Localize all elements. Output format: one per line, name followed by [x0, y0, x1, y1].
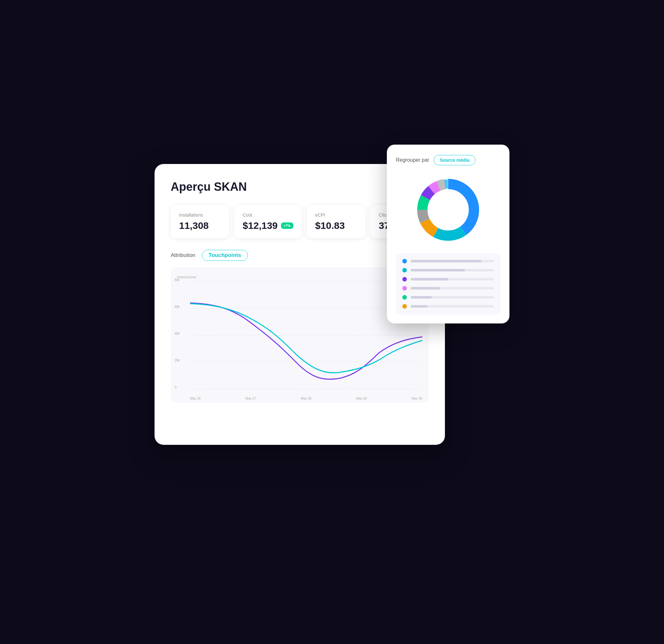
legend-dot-2	[402, 277, 407, 281]
legend-dot-4	[402, 295, 407, 300]
metric-label: Coût	[243, 213, 293, 218]
donut-container	[396, 174, 500, 245]
metric-label: eCPI	[315, 213, 357, 218]
metric-card-cost: Coût $12,139 +7%	[234, 205, 302, 238]
metric-value-row: $10.83	[315, 220, 357, 231]
x-label-3: Mai 29	[356, 397, 367, 400]
metric-value: $10.83	[315, 220, 345, 231]
legend-item-0	[402, 259, 494, 263]
metric-label: Installations	[179, 213, 221, 218]
tab-touchpoints[interactable]: Touchpoints	[202, 250, 248, 261]
scene: Aperçu SKAN Installations 11,308 Coût $1…	[154, 145, 510, 500]
legend-area	[396, 253, 500, 315]
metric-value: $12,139	[243, 220, 277, 231]
legend-dot-5	[402, 304, 407, 308]
x-label-0: Mai 26	[190, 397, 201, 400]
legend-bar-1	[411, 269, 494, 271]
legend-item-2	[402, 277, 494, 281]
donut-chart	[413, 174, 484, 245]
group-by-label: Regrouper par	[396, 157, 429, 163]
legend-bar-3	[411, 287, 494, 289]
badge-positive: +7%	[281, 222, 293, 229]
legend-bar-5	[411, 305, 494, 308]
legend-item-3	[402, 286, 494, 290]
metric-card-installations: Installations 11,308	[171, 205, 229, 238]
legend-item-1	[402, 268, 494, 273]
legend-dot-1	[402, 268, 407, 273]
metric-value: 11,308	[179, 220, 209, 231]
legend-item-4	[402, 295, 494, 300]
secondary-card: Regrouper par Source média	[387, 145, 510, 323]
legend-item-5	[402, 304, 494, 308]
legend-dot-3	[402, 286, 407, 290]
svg-point-9	[430, 192, 466, 228]
x-label-1: Mai 27	[246, 397, 256, 400]
metric-value-row: 11,308	[179, 220, 221, 231]
group-by-button[interactable]: Source média	[434, 155, 476, 165]
legend-bar-4	[411, 296, 494, 299]
x-label-4: Mai 30	[412, 397, 422, 400]
chart-y-label: Impressions	[177, 275, 196, 279]
group-by-row: Regrouper par Source média	[396, 155, 500, 165]
grid-line-0: 0	[190, 389, 422, 389]
x-label-2: Mai 28	[301, 397, 311, 400]
grid-label-2m: 2M	[174, 358, 180, 362]
metric-value-row: $12,139 +7%	[243, 220, 293, 231]
grid-label-0: 0	[174, 385, 177, 389]
metric-card-ecpi: eCPI $10.83	[307, 205, 365, 238]
legend-bar-0	[411, 260, 494, 262]
x-labels: Mai 26 Mai 27 Mai 28 Mai 29 Mai 30	[190, 397, 422, 400]
grid-label-4m: 4M	[174, 331, 180, 336]
tab-attribution[interactable]: Attribution	[171, 250, 195, 261]
grid-label-6m: 6M	[174, 305, 180, 308]
grid-label-8m: 8M	[174, 278, 180, 282]
legend-bar-2	[411, 278, 494, 281]
legend-dot-0	[402, 259, 407, 263]
